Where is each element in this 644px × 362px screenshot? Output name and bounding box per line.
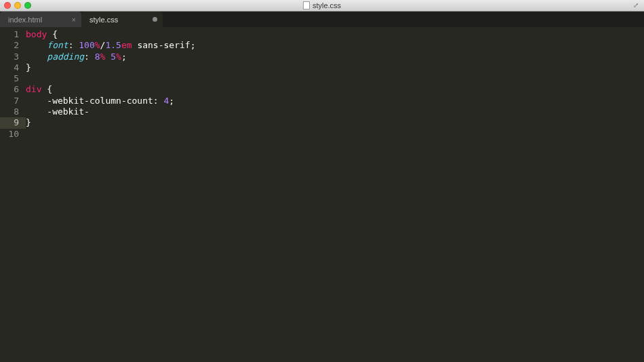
code-token — [26, 40, 47, 50]
code-token — [26, 52, 47, 62]
line-number: 6 — [0, 84, 26, 95]
code-line[interactable]: body { — [26, 29, 644, 40]
code-token — [26, 96, 47, 106]
editor[interactable]: 1 2 3 4 5 6 7 8 9 10 body { font: 100%/1… — [0, 27, 644, 362]
line-number: 4 — [0, 62, 26, 73]
code-token: 100 — [79, 40, 94, 50]
line-number: 8 — [0, 106, 26, 117]
code-token: } — [26, 117, 31, 127]
document-icon — [303, 1, 310, 9]
code-token: ; — [121, 52, 127, 62]
code-line[interactable]: } — [26, 62, 644, 73]
code-token: 5 — [110, 52, 116, 62]
line-number: 10 — [0, 129, 26, 140]
code-token: div — [26, 84, 41, 94]
code-line[interactable]: padding: 8% 5%; — [26, 52, 644, 62]
tab-style-css[interactable]: style.css — [81, 12, 163, 27]
line-number: 9 — [0, 117, 26, 128]
close-icon[interactable]: × — [72, 16, 76, 24]
code-line[interactable]: font: 100%/1.5em sans-serif; — [26, 40, 644, 51]
code-token: % — [116, 52, 121, 62]
minimize-window-button[interactable] — [14, 2, 21, 9]
code-token: ; — [169, 96, 174, 106]
code-token: { — [41, 84, 52, 94]
code-token: body — [26, 29, 47, 39]
line-number-gutter: 1 2 3 4 5 6 7 8 9 10 — [0, 27, 26, 362]
traffic-lights — [0, 2, 31, 9]
code-token: 8 — [95, 52, 100, 62]
code-token: -webkit- — [47, 106, 89, 117]
window-title: style.css — [0, 1, 644, 9]
line-number: 2 — [0, 40, 26, 51]
tab-bar: index.html × style.css — [0, 12, 644, 27]
code-line[interactable]: -webkit-column-count: 4; — [26, 96, 644, 106]
code-area[interactable]: body { font: 100%/1.5em sans-serif; padd… — [26, 27, 644, 362]
line-number: 3 — [0, 52, 26, 62]
code-token: { — [47, 29, 58, 39]
line-number: 7 — [0, 96, 26, 106]
code-token: : — [153, 96, 164, 106]
code-token: % — [95, 40, 100, 50]
code-token: } — [26, 62, 31, 73]
code-token: -webkit-column-count — [47, 96, 153, 106]
code-token: padding — [47, 52, 84, 62]
line-number: 1 — [0, 29, 26, 40]
window-titlebar: style.css ⤢ — [0, 0, 644, 12]
fullscreen-icon[interactable]: ⤢ — [633, 1, 641, 9]
code-token: : — [84, 52, 95, 62]
code-token — [26, 106, 47, 117]
code-token: 1.5 — [105, 40, 121, 50]
tab-label: style.css — [89, 16, 118, 24]
code-line[interactable] — [26, 73, 644, 84]
code-token: ; — [190, 40, 196, 50]
dirty-indicator-icon — [153, 17, 157, 22]
line-number: 5 — [0, 73, 26, 84]
code-line[interactable]: } — [26, 117, 644, 128]
window-title-text: style.css — [313, 1, 341, 9]
zoom-window-button[interactable] — [24, 2, 31, 9]
code-line[interactable]: -webkit- — [26, 106, 644, 117]
tab-label: index.html — [8, 16, 42, 24]
close-window-button[interactable] — [4, 2, 11, 9]
code-token: font — [47, 40, 68, 50]
code-token: : — [68, 40, 79, 50]
tab-index-html[interactable]: index.html × — [0, 12, 81, 27]
code-token: sans-serif — [132, 40, 190, 50]
code-token: em — [121, 40, 132, 50]
code-line[interactable]: div { — [26, 84, 644, 95]
